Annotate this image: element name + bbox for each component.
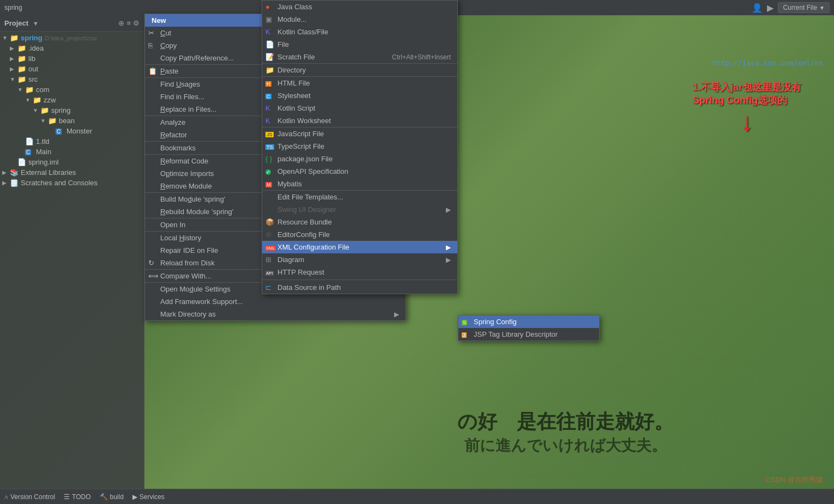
reload-icon: ↻ — [148, 259, 154, 267]
menu-item-html[interactable]: H HTML File — [262, 77, 457, 89]
spring-icon: S — [462, 318, 467, 326]
current-file-selector[interactable]: Current File ▼ — [778, 2, 830, 13]
menu-item-typescript[interactable]: TS TypeScript File — [262, 140, 457, 153]
menu-item-resource-bundle[interactable]: 📦 Resource Bundle — [262, 216, 457, 228]
html-icon: H — [265, 79, 271, 87]
japanese-text-2: 前に進んでいければ大丈夫。 — [297, 435, 834, 456]
avatar-icon[interactable]: 👤 — [752, 3, 763, 13]
todo-icon: ☰ — [64, 493, 70, 501]
menu-item-directory[interactable]: 📁 Directory — [262, 64, 457, 77]
kotlin-worksheet-icon: K — [265, 117, 270, 125]
menu-item-stylesheet[interactable]: C Stylesheet — [262, 89, 457, 102]
cut-icon: ✂ — [148, 29, 154, 37]
paste-icon: 📋 — [148, 67, 157, 75]
build-icon: 🔨 — [100, 493, 108, 501]
datasource-icon: ⊏ — [265, 283, 271, 292]
nav-icon[interactable]: ▶ — [767, 3, 773, 13]
japanese-overlay: の好 是在往前走就好。 前に進んでいければ大丈夫。 — [297, 409, 834, 456]
tree-item-com[interactable]: ▼ 📁 com — [0, 84, 144, 95]
settings-icon[interactable]: ⚙ — [133, 19, 140, 27]
menu-item-swing-ui: Swing UI Designer ▶ — [262, 203, 457, 216]
annotation-line2: Spring Config选项的 — [693, 94, 801, 107]
todo-tab[interactable]: ☰ TODO — [64, 493, 90, 501]
kotlin-script-icon: K — [265, 104, 270, 112]
menu-item-edit-templates[interactable]: Edit File Templates... — [262, 191, 457, 203]
collapse-icon[interactable]: ≡ — [126, 19, 131, 27]
version-control-tab[interactable]: ⑃ Version Control — [4, 493, 55, 501]
annotation-line1: 1.不导入jar包这里是没有 — [693, 81, 801, 94]
services-icon: ▶ — [132, 493, 137, 501]
menu-item-openapi[interactable]: ✓ OpenAPI Specification — [262, 165, 457, 178]
panel-header-icons: ⊕ ≡ ⚙ — [118, 19, 140, 27]
tree-item-main[interactable]: C Main — [0, 147, 144, 157]
tree-item-lib[interactable]: ▶ 📁 lib — [0, 53, 144, 64]
tree-item-out[interactable]: ▶ 📁 out — [0, 64, 144, 74]
separator-2 — [262, 280, 457, 280]
http-icon: API — [265, 268, 274, 276]
menu-header-label: New — [152, 16, 166, 25]
submenu-new: ● Java Class ▣ Module... K Kotlin Class/… — [262, 0, 458, 294]
tree-item-monster[interactable]: C Monster — [0, 126, 144, 136]
menu-item-diagram[interactable]: ⊞ Diagram ▶ — [262, 253, 457, 266]
mybatis-icon: M — [265, 180, 272, 188]
menu-item-spring-config[interactable]: S Spring Config — [458, 315, 599, 328]
tree-item-idea[interactable]: ▶ 📁 .idea — [0, 43, 144, 53]
menu-item-module[interactable]: ▣ Module... — [262, 13, 457, 26]
panel-dropdown-icon[interactable]: ▼ — [33, 20, 39, 27]
scratch-icon: 📝 — [265, 53, 274, 61]
menu-item-kotlin-class[interactable]: K Kotlin Class/File — [262, 26, 457, 38]
menu-item-editorconfig[interactable]: ⚙ EditorConfig File — [262, 228, 457, 241]
tree-item-scratches[interactable]: ▶ 🗒️ Scratches and Consoles — [0, 178, 144, 188]
java-class-icon: ● — [265, 3, 270, 11]
diagram-icon: ⊞ — [265, 256, 271, 264]
tree-item-zzw[interactable]: ▼ 📁 zzw — [0, 95, 144, 105]
directory-icon: 📁 — [265, 66, 274, 74]
menu-item-scratch-file[interactable]: 📝 Scratch File Ctrl+Alt+Shift+Insert — [262, 51, 457, 64]
current-file-label: Current File — [783, 4, 817, 11]
menu-item-java-class[interactable]: ● Java Class — [262, 1, 457, 13]
menu-item-add-framework[interactable]: Add Framework Support... — [145, 295, 406, 308]
annotation-arrow: ↓ — [693, 107, 801, 137]
openapi-icon: ✓ — [265, 167, 271, 175]
services-tab[interactable]: ▶ Services — [132, 493, 165, 501]
menu-item-http-request[interactable]: API HTTP Request — [262, 266, 457, 278]
menu-item-data-source[interactable]: ⊏ Data Source in Path — [262, 281, 457, 294]
copy-icon: ⎘ — [148, 41, 153, 50]
js-icon: JS — [265, 130, 274, 138]
menu-item-jsp-tag[interactable]: J JSP Tag Library Descriptor — [458, 328, 599, 341]
tree-item-1tld[interactable]: 📄 1.tld — [0, 136, 144, 147]
annotation-box: 1.不导入jar包这里是没有 Spring Config选项的 ↓ — [693, 81, 801, 137]
window-title: spring — [4, 4, 22, 11]
tree-item-spring-iml[interactable]: 📄 spring.iml — [0, 157, 144, 167]
build-tab[interactable]: 🔨 build — [100, 493, 124, 501]
jsp-icon: J — [462, 330, 467, 338]
dropdown-icon: ▼ — [819, 5, 825, 11]
module-icon: ▣ — [265, 15, 272, 23]
menu-item-file[interactable]: 📄 File — [262, 38, 457, 51]
tree-item-spring-folder[interactable]: ▼ 📁 spring — [0, 105, 144, 116]
title-bar-right: 👤 ▶ Current File ▼ — [752, 2, 830, 13]
menu-item-javascript[interactable]: JS JavaScript File — [262, 127, 457, 140]
tree-item-spring-root[interactable]: ▼ 📁 spring D:\idea_project\zzw — [0, 33, 144, 43]
menu-item-xml-config[interactable]: XML XML Configuration File ▶ — [262, 241, 457, 253]
menu-item-kotlin-worksheet[interactable]: K Kotlin Worksheet — [262, 114, 457, 127]
project-panel: Project ▼ ⊕ ≡ ⚙ ▼ 📁 spring D:\idea_proje… — [0, 15, 144, 489]
menu-item-package-json[interactable]: { } package.json File — [262, 153, 457, 165]
kotlin-icon: K — [265, 28, 270, 36]
bundle-icon: 📦 — [265, 218, 274, 226]
locate-icon[interactable]: ⊕ — [118, 19, 124, 27]
url-bar: http://java.sun.com/xml/ns — [712, 59, 824, 67]
tree-item-bean[interactable]: ▼ 📁 bean — [0, 116, 144, 126]
package-json-icon: { } — [265, 155, 272, 163]
tree-item-ext-libs[interactable]: ▶ 📚 External Libraries — [0, 167, 144, 178]
menu-item-mybatis[interactable]: M Mybatis — [262, 178, 457, 191]
menu-item-kotlin-script[interactable]: K Kotlin Script — [262, 102, 457, 114]
file-icon: 📄 — [265, 40, 274, 48]
panel-header: Project ▼ ⊕ ≡ ⚙ — [0, 15, 144, 32]
project-tree: ▼ 📁 spring D:\idea_project\zzw ▶ 📁 .idea… — [0, 32, 144, 489]
tree-item-src[interactable]: ▼ 📁 src — [0, 74, 144, 84]
panel-title: Project — [4, 19, 28, 27]
bottom-bar: ⑃ Version Control ☰ TODO 🔨 build ▶ Servi… — [0, 489, 834, 504]
submenu-xml-config: S Spring Config J JSP Tag Library Descri… — [458, 315, 600, 341]
menu-item-mark-directory[interactable]: Mark Directory as ▶ — [145, 308, 406, 320]
